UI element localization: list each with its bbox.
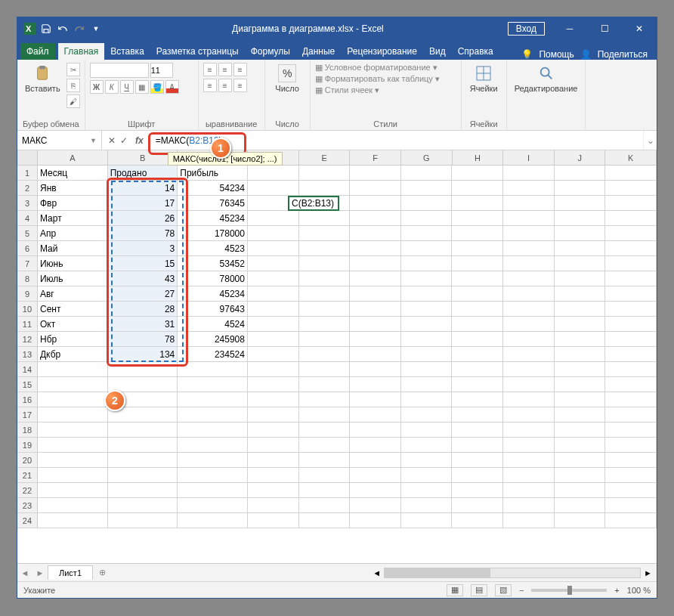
cell[interactable]: Окт bbox=[38, 317, 108, 331]
cell[interactable] bbox=[503, 407, 555, 422]
sheet-tab[interactable]: Лист1 bbox=[48, 565, 93, 580]
cell[interactable] bbox=[401, 498, 453, 512]
cell[interactable] bbox=[350, 407, 401, 422]
cell[interactable] bbox=[555, 438, 606, 452]
row-header[interactable]: 7 bbox=[17, 256, 38, 271]
font-size-input[interactable] bbox=[150, 63, 173, 78]
cell[interactable]: 14 bbox=[108, 181, 178, 195]
cell[interactable] bbox=[452, 181, 503, 195]
cell[interactable] bbox=[401, 196, 453, 210]
row-header[interactable]: 12 bbox=[17, 332, 38, 346]
cell[interactable] bbox=[108, 377, 178, 392]
cell[interactable] bbox=[38, 468, 108, 482]
col-header[interactable]: A bbox=[38, 150, 108, 165]
cell[interactable] bbox=[605, 181, 657, 195]
cell[interactable] bbox=[299, 317, 351, 331]
cell[interactable] bbox=[605, 241, 657, 255]
cell[interactable] bbox=[555, 423, 606, 437]
cell[interactable] bbox=[555, 453, 606, 467]
row-header[interactable]: 5 bbox=[17, 226, 38, 240]
row-header[interactable]: 14 bbox=[17, 362, 38, 376]
cell[interactable] bbox=[248, 468, 299, 482]
cell[interactable] bbox=[452, 407, 503, 422]
cell[interactable] bbox=[299, 256, 351, 271]
cell[interactable] bbox=[503, 513, 555, 528]
cell[interactable]: Дкбр bbox=[38, 347, 108, 361]
cell[interactable]: 54234 bbox=[178, 181, 248, 195]
cell[interactable] bbox=[452, 362, 503, 376]
cell[interactable] bbox=[555, 241, 606, 255]
cell[interactable]: 4524 bbox=[178, 317, 248, 331]
cell[interactable] bbox=[452, 241, 503, 255]
cell[interactable] bbox=[401, 302, 453, 316]
cell[interactable] bbox=[503, 347, 555, 361]
cell[interactable] bbox=[299, 392, 351, 407]
cell[interactable] bbox=[605, 332, 657, 346]
cell[interactable] bbox=[401, 483, 453, 497]
underline-button[interactable]: Ч bbox=[120, 80, 134, 94]
cell[interactable] bbox=[350, 362, 401, 376]
cell[interactable] bbox=[401, 166, 453, 180]
cell[interactable] bbox=[605, 317, 657, 331]
cell[interactable] bbox=[555, 468, 606, 482]
view-page-layout-icon[interactable]: ▤ bbox=[471, 584, 487, 596]
align-center-icon[interactable]: ≡ bbox=[218, 79, 232, 92]
format-as-table-button[interactable]: ▦ Форматировать как таблицу ▾ bbox=[315, 74, 440, 84]
cell[interactable]: 26 bbox=[108, 211, 178, 225]
active-cell[interactable]: С(B2:B13) bbox=[288, 196, 339, 211]
italic-button[interactable]: К bbox=[105, 80, 119, 94]
share-button[interactable]: Поделиться bbox=[598, 49, 648, 60]
cell[interactable] bbox=[401, 513, 453, 528]
cell[interactable] bbox=[503, 362, 555, 376]
cell[interactable] bbox=[605, 483, 657, 497]
cell[interactable] bbox=[503, 453, 555, 467]
cell[interactable] bbox=[401, 211, 453, 225]
border-button[interactable]: ▦ bbox=[135, 80, 149, 94]
cell[interactable] bbox=[108, 483, 178, 497]
cell[interactable] bbox=[555, 196, 606, 210]
cell[interactable] bbox=[401, 256, 453, 271]
add-sheet-icon[interactable]: ⊕ bbox=[93, 568, 111, 577]
cell[interactable]: Июнь bbox=[38, 256, 108, 271]
tab-formulas[interactable]: Формулы bbox=[245, 43, 296, 60]
cell[interactable] bbox=[350, 317, 401, 331]
row-header[interactable]: 2 bbox=[17, 181, 38, 195]
cell[interactable]: 78 bbox=[108, 226, 178, 240]
cell[interactable] bbox=[108, 362, 178, 376]
cell[interactable] bbox=[299, 453, 351, 467]
cell[interactable] bbox=[350, 196, 401, 210]
cell[interactable] bbox=[38, 453, 108, 467]
cell[interactable] bbox=[503, 483, 555, 497]
cell[interactable] bbox=[178, 407, 248, 422]
cell[interactable] bbox=[299, 181, 351, 195]
cell[interactable] bbox=[299, 166, 351, 180]
tell-me[interactable]: Помощь bbox=[539, 49, 574, 60]
cell[interactable] bbox=[108, 498, 178, 512]
cell[interactable] bbox=[299, 211, 351, 225]
cell-styles-button[interactable]: ▦ Стили ячеек ▾ bbox=[315, 85, 380, 95]
col-header[interactable]: J bbox=[555, 150, 606, 165]
row-header[interactable]: 4 bbox=[17, 211, 38, 225]
col-header[interactable]: F bbox=[350, 150, 401, 165]
cell[interactable] bbox=[401, 453, 453, 467]
cell[interactable] bbox=[38, 407, 108, 422]
minimize-button[interactable]: ─ bbox=[552, 17, 587, 40]
cell[interactable]: Янв bbox=[38, 181, 108, 195]
cell[interactable]: Месяц bbox=[38, 166, 108, 180]
cell[interactable] bbox=[555, 226, 606, 240]
undo-icon[interactable] bbox=[57, 23, 69, 35]
cell[interactable] bbox=[605, 468, 657, 482]
row-header[interactable]: 22 bbox=[17, 483, 38, 497]
tab-home[interactable]: Главная bbox=[58, 43, 105, 60]
cell[interactable]: 53452 bbox=[178, 256, 248, 271]
expand-formula-bar-icon[interactable]: ⌄ bbox=[643, 131, 657, 150]
cell[interactable] bbox=[555, 377, 606, 392]
cell[interactable] bbox=[38, 377, 108, 392]
qat-customize-icon[interactable]: ▼ bbox=[90, 23, 102, 35]
cell[interactable] bbox=[299, 271, 351, 286]
cell[interactable] bbox=[299, 226, 351, 240]
cell[interactable] bbox=[350, 181, 401, 195]
cell[interactable] bbox=[38, 423, 108, 437]
cell[interactable]: Апр bbox=[38, 226, 108, 240]
cell[interactable] bbox=[401, 286, 453, 301]
